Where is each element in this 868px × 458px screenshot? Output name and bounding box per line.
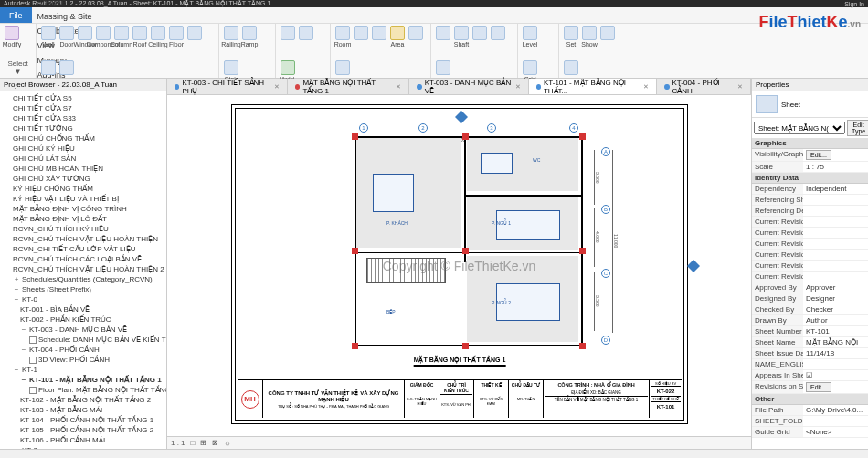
edit-button[interactable]: Edit... [806,382,831,392]
shaft-button[interactable]: Shaft [453,26,470,59]
property-row[interactable]: Referencing Sh... [752,195,868,206]
ribbon-tab-massingsite[interactable]: Massing & Site [32,9,101,24]
ceiling-button[interactable]: Ceiling [150,26,166,59]
vc-icon[interactable]: ☼ [224,439,230,447]
property-row[interactable]: Designed ByDesigner [752,293,868,304]
close-icon[interactable]: ✕ [643,83,649,91]
property-row[interactable]: Guide Grid<None> [752,427,868,438]
property-row[interactable]: Scale1 : 75 [752,162,868,173]
property-row[interactable]: Sheet NumberKT-101 [752,326,868,337]
document-tab[interactable]: KT-004 - PHỐI CẢNH✕ [657,79,751,94]
level-button[interactable]: Level [522,26,538,59]
property-row[interactable]: Sheet NameMẶT BẰNG NỘI [752,337,868,348]
property-value[interactable]: KT-101 [803,326,868,336]
door-button[interactable]: Door [58,26,75,59]
project-browser-item[interactable]: KT-104 - PHỐI CẢNH NỘI THẤT TẦNG 1 [0,415,166,425]
property-row[interactable]: Current Revisio... [752,250,868,261]
property-row[interactable]: Current Revisio... [752,261,868,272]
project-browser-item[interactable]: KT-103 - MẶT BẰNG MÁI [0,405,166,415]
area-boundary-button[interactable] [408,26,424,59]
room-sep-button[interactable] [353,26,369,59]
column-button[interactable]: Column [113,26,130,59]
vertical-button[interactable] [490,26,506,59]
property-value[interactable]: ☑ [803,370,868,380]
modify-button[interactable]: Modify [4,26,20,59]
wall-button[interactable]: Wall [40,26,57,59]
curtain-system-button[interactable] [186,26,203,59]
property-value[interactable]: <None> [803,427,868,437]
property-value[interactable] [803,206,868,216]
property-value[interactable]: Independent [803,184,868,194]
edit-type-button[interactable]: Edit Type [847,120,868,136]
project-browser-item[interactable]: RCVN_CHÚ THÍCH VẬT LIỆU HOÀN THIỆN 2 [0,264,166,274]
property-value[interactable]: Author [803,315,868,325]
project-browser-item[interactable]: GHI CHÚ KÝ HIỆU [0,144,166,154]
roof-button[interactable]: Roof [132,26,148,59]
property-row[interactable]: Sheet Issue Date11/14/18 [752,348,868,359]
property-row[interactable]: Revisions on Sh...Edit... [752,381,868,394]
close-icon[interactable]: ✕ [396,83,401,91]
property-value[interactable] [803,217,868,227]
type-selector[interactable]: Sheet: MẶT BẰNG N( [754,122,845,134]
show-button[interactable]: Show [581,26,598,59]
property-row[interactable]: Referencing Det... [752,206,868,217]
project-browser-item[interactable]: MẶT BẰNG ĐỊNH VỊ CÔNG TRÌNH [0,204,166,214]
vc-icon[interactable]: ⊠ [212,439,218,447]
project-browser-item[interactable]: KÝ HIỆU CHỐNG THẤM [0,184,166,194]
file-tab[interactable]: File [0,7,32,23]
property-row[interactable]: Approved ByApprover [752,282,868,293]
viewport[interactable]: 1 2 3 4 A B C D 1.850 4.100 1.000 4.100 … [167,95,751,436]
project-browser-item[interactable]: KT-102 - MẶT BẰNG NỘI THẤT TẦNG 2 [0,395,166,405]
vc-icon[interactable]: ⊞ [200,439,206,447]
property-value[interactable] [803,359,868,369]
edit-button[interactable]: Edit... [806,150,831,160]
property-row[interactable]: Drawn ByAuthor [752,315,868,326]
property-row[interactable]: Current Revisio... [752,217,868,228]
property-row[interactable]: Checked ByChecker [752,304,868,315]
property-value[interactable] [803,195,868,205]
document-tab[interactable]: KT-003 - CHI TIẾT SẢNH PHỤ✕ [167,79,288,94]
project-browser-item[interactable]: −KT-0 [0,294,166,304]
ramp-button[interactable]: Ramp [241,26,258,59]
project-browser-item[interactable]: −KT-2 [0,445,166,449]
project-browser-item[interactable]: −KT-101 - MẶT BẰNG NỘI THẤT TẦNG 1 [0,375,166,385]
property-value[interactable]: Approver [803,282,868,293]
project-browser-item[interactable]: −KT-1 [0,365,166,375]
set-button[interactable]: Set [563,26,579,59]
document-tab[interactable]: MẶT BẰNG NỘI THẤT TẦNG 1✕ [288,79,409,94]
project-browser-item[interactable]: GHI CHÚ XÂY TƯỜNG [0,174,166,184]
component-button[interactable]: Component [95,26,111,59]
project-browser-item[interactable]: CHI TIẾT CỬA S33 [0,113,166,123]
property-value[interactable] [803,416,868,426]
close-icon[interactable]: ✕ [274,83,280,91]
project-browser-item[interactable]: −KT-003 - DANH MỤC BẢN VẼ [0,325,166,335]
property-section-header[interactable]: Identity Data [752,173,868,184]
project-browser-item[interactable]: GHI CHÚ MB HOÀN THIỆN [0,164,166,174]
property-value[interactable] [803,261,868,271]
wall-opening-button[interactable] [471,26,488,59]
document-tab[interactable]: KT-003 - DANH MỤC BẢN VẼ✕ [409,79,528,94]
project-browser-item[interactable]: KÝ HIỆU VẬT LIỆU VÀ THIẾT BỊ [0,194,166,204]
project-browser-item[interactable]: KT-002 - PHẦN KIẾN TRÚC [0,314,166,325]
property-row[interactable]: SHEET_FOLDER [752,416,868,427]
project-browser-item[interactable]: RCVN_CHÚ THÍCH CÁC LOẠI BẢN VẼ [0,254,166,264]
property-value[interactable] [803,272,868,282]
project-browser-item[interactable]: 3D View: PHỐI CẢNH [0,355,166,365]
project-browser-item[interactable]: −KT-004 - PHỐI CẢNH [0,345,166,355]
project-browser-item[interactable]: RCVN_CHI TIẾT CẤU LỚP VẬT LIỆU [0,244,166,254]
close-icon[interactable]: ✕ [737,83,743,91]
project-browser-item[interactable]: KT-105 - PHỐI CẢNH NỘI THẤT TẦNG 2 [0,425,166,435]
property-value[interactable]: G:\My Drive\4.0... [803,405,868,415]
area-button[interactable]: Area [389,26,406,59]
property-row[interactable]: Visibility/Graphi...Edit... [752,149,868,162]
railing-button[interactable]: Railing [223,26,239,59]
property-value[interactable]: 11/14/18 [803,348,868,358]
project-browser-item[interactable]: RCVN_CHÚ THÍCH VẬT LIỆU HOÀN THIỆN [0,234,166,244]
document-tab[interactable]: KT-101 - MẶT BẰNG NỘI THẤT...✕ [529,79,658,94]
model-text-button[interactable] [280,26,296,59]
property-section-header[interactable]: Graphics [752,138,868,149]
tag-room-button[interactable] [371,26,387,59]
project-browser-item[interactable]: KT-001 - BÌA BẢN VẼ [0,304,166,314]
project-browser-item[interactable]: −Sheets (Sheet Prefix) [0,284,166,294]
project-browser-item[interactable]: RCVN_CHÚ THÍCH KÝ HIỆU [0,224,166,234]
